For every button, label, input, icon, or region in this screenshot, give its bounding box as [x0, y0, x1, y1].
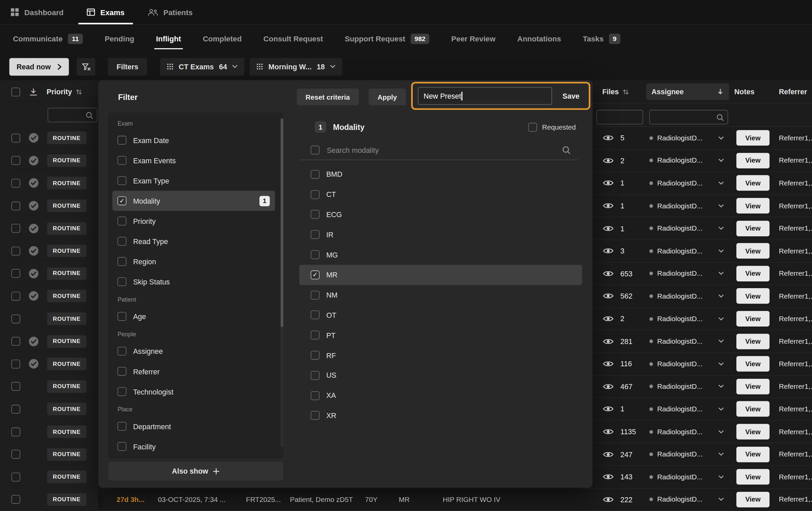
chevron-down-icon[interactable]: [718, 272, 724, 275]
modality-checkbox[interactable]: [311, 250, 320, 259]
modality-option-ot[interactable]: OT: [299, 305, 582, 325]
modality-option-us[interactable]: US: [299, 365, 582, 385]
filter-item-referrer[interactable]: Referrer: [112, 361, 275, 381]
clear-filters-button[interactable]: [77, 58, 95, 75]
assignee-cell[interactable]: RadiologistD...: [646, 443, 729, 465]
modality-checkbox[interactable]: [311, 190, 320, 199]
worklist-chip-morning[interactable]: Morning W... 18: [250, 58, 342, 75]
eye-icon[interactable]: [603, 338, 613, 345]
view-notes-button[interactable]: View: [737, 401, 770, 417]
nav-dashboard[interactable]: Dashboard: [10, 0, 64, 24]
chevron-down-icon[interactable]: [718, 362, 724, 366]
filter-item-checkbox[interactable]: [117, 442, 126, 451]
sort-icon[interactable]: [76, 88, 82, 95]
column-header-assignee[interactable]: Assignee: [646, 83, 729, 100]
assignee-cell[interactable]: RadiologistD...: [646, 466, 729, 488]
view-notes-button[interactable]: View: [737, 176, 770, 191]
nav-patients[interactable]: Patients: [147, 0, 193, 24]
chevron-down-icon[interactable]: [718, 317, 724, 320]
tab-tasks[interactable]: Tasks9: [572, 25, 631, 53]
assignee-search-field[interactable]: [654, 113, 713, 121]
modality-option-mr[interactable]: ✓MR: [299, 265, 582, 285]
modality-checkbox[interactable]: [311, 311, 320, 319]
modality-checkbox[interactable]: [311, 210, 320, 219]
save-preset-button[interactable]: Save: [558, 91, 584, 100]
modality-option-ir[interactable]: IR: [299, 224, 582, 245]
modality-option-pt[interactable]: PT: [299, 325, 582, 345]
assignee-cell[interactable]: RadiologistD...: [646, 353, 729, 375]
select-all-modalities-checkbox[interactable]: [311, 146, 320, 155]
modality-checkbox[interactable]: ✓: [311, 270, 320, 279]
modality-checkbox[interactable]: [311, 170, 320, 179]
chevron-down-icon[interactable]: [718, 452, 724, 456]
sort-icon[interactable]: [622, 88, 629, 95]
download-icon[interactable]: [29, 87, 38, 97]
requested-toggle[interactable]: Requested: [528, 123, 576, 131]
modality-option-ecg[interactable]: ECG: [299, 204, 582, 224]
view-notes-button[interactable]: View: [737, 130, 770, 146]
assignee-cell[interactable]: RadiologistD...: [646, 127, 729, 149]
eye-icon[interactable]: [603, 270, 613, 277]
modality-checkbox[interactable]: [311, 371, 320, 380]
view-notes-button[interactable]: View: [737, 492, 770, 507]
chevron-down-icon[interactable]: [718, 136, 724, 140]
tab-communicate[interactable]: Communicate11: [2, 25, 94, 53]
chevron-down-icon[interactable]: [718, 497, 724, 501]
filter-item-checkbox[interactable]: [117, 136, 126, 144]
assignee-cell[interactable]: RadiologistD...: [646, 217, 729, 240]
row-checkbox[interactable]: [11, 201, 20, 210]
modality-option-xr[interactable]: XR: [299, 406, 582, 426]
column-header-referrer[interactable]: Referrer: [777, 80, 812, 103]
modality-option-mg[interactable]: MG: [299, 245, 582, 265]
worklist-chip-ct-exams[interactable]: CT Exams 64: [160, 58, 244, 75]
view-notes-button[interactable]: View: [737, 266, 770, 281]
assignee-cell[interactable]: RadiologistD...: [646, 330, 729, 352]
view-notes-button[interactable]: View: [737, 220, 770, 236]
modality-option-rf[interactable]: RF: [299, 345, 582, 366]
assignee-cell[interactable]: RadiologistD...: [646, 421, 729, 443]
tab-pending[interactable]: Pending: [94, 25, 145, 53]
view-notes-button[interactable]: View: [737, 379, 770, 394]
assignee-cell[interactable]: RadiologistD...: [646, 263, 729, 285]
scrollbar-track[interactable]: [281, 117, 283, 447]
preset-name-input[interactable]: New Preset: [418, 87, 552, 105]
column-header-files[interactable]: Files: [592, 80, 646, 103]
row-checkbox[interactable]: [11, 292, 20, 301]
assignee-cell[interactable]: RadiologistD...: [646, 150, 729, 172]
row-checkbox[interactable]: [11, 473, 20, 481]
select-all-checkbox[interactable]: [11, 87, 20, 96]
chevron-down-icon[interactable]: [718, 249, 724, 253]
filter-item-checkbox[interactable]: [117, 237, 126, 246]
assignee-cell[interactable]: RadiologistD...: [646, 285, 729, 307]
filter-item-checkbox[interactable]: [117, 277, 126, 286]
chevron-down-icon[interactable]: [718, 430, 724, 434]
modality-checkbox[interactable]: [311, 391, 320, 400]
row-checkbox[interactable]: [11, 315, 20, 323]
chevron-down-icon[interactable]: [718, 407, 724, 411]
filter-item-checkbox[interactable]: [117, 347, 126, 355]
filters-button[interactable]: Filters: [108, 58, 147, 75]
assignee-cell[interactable]: RadiologistD...: [646, 488, 729, 511]
row-checkbox[interactable]: [11, 269, 20, 278]
tab-annotations[interactable]: Annotations: [506, 25, 572, 53]
chevron-down-icon[interactable]: [718, 475, 724, 479]
row-checkbox[interactable]: [11, 359, 20, 368]
eye-icon[interactable]: [603, 157, 613, 164]
modality-search-input[interactable]: [327, 146, 554, 154]
eye-icon[interactable]: [603, 293, 613, 300]
eye-icon[interactable]: [603, 180, 613, 187]
modality-checkbox[interactable]: [311, 230, 320, 239]
column-header-priority[interactable]: Priority: [47, 87, 82, 96]
view-notes-button[interactable]: View: [737, 289, 770, 304]
filter-item-checkbox[interactable]: [117, 422, 126, 431]
assignee-cell[interactable]: RadiologistD...: [646, 398, 729, 421]
row-checkbox[interactable]: [11, 156, 20, 165]
tab-consult-request[interactable]: Consult Request: [253, 25, 334, 53]
row-checkbox[interactable]: [11, 224, 20, 233]
eye-icon[interactable]: [603, 315, 613, 322]
requested-checkbox[interactable]: [528, 123, 537, 131]
eye-icon[interactable]: [603, 496, 613, 503]
view-notes-button[interactable]: View: [737, 356, 770, 372]
filter-item-read-type[interactable]: Read Type: [112, 231, 275, 251]
view-notes-button[interactable]: View: [737, 198, 770, 213]
